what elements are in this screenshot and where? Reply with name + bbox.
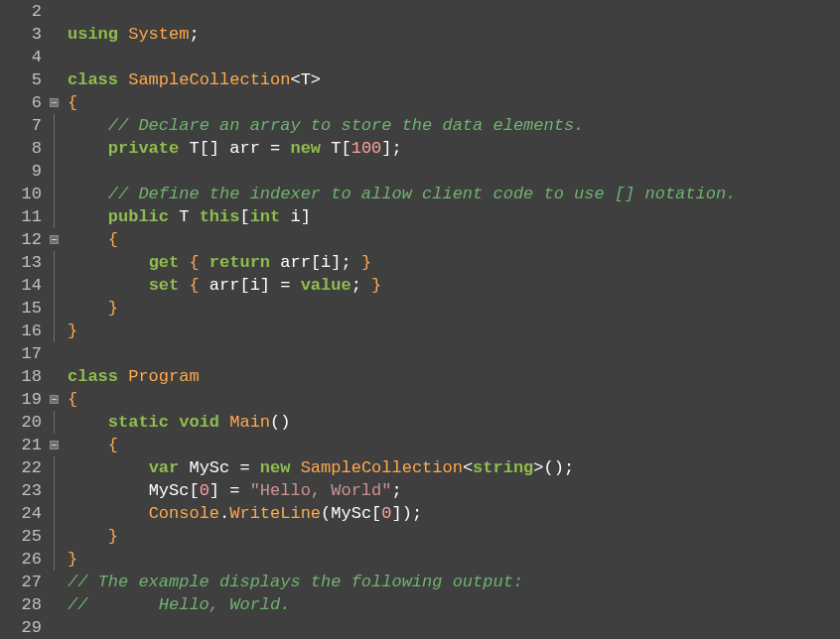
token-op — [118, 70, 128, 89]
token-op — [68, 481, 149, 500]
token-str: "Hello, World" — [250, 481, 392, 500]
token-op — [68, 458, 149, 477]
token-op: = — [260, 139, 291, 158]
token-op: ]; — [381, 139, 401, 158]
code-line[interactable]: // Declare an array to store the data el… — [68, 114, 840, 137]
token-id: arr — [280, 253, 311, 272]
fold-guide — [54, 274, 55, 297]
token-op — [68, 139, 108, 158]
token-kw: value — [301, 276, 351, 295]
line-number: 5 — [0, 68, 42, 91]
code-line[interactable]: { — [68, 388, 840, 411]
token-cmt: // Define the indexer to allow client co… — [108, 185, 737, 203]
token-op: ( — [321, 504, 331, 523]
code-line[interactable]: Console.WriteLine(MySc[0]); — [68, 502, 840, 525]
line-number: 26 — [0, 548, 42, 571]
token-op — [68, 185, 108, 203]
code-line[interactable]: } — [68, 297, 840, 320]
token-op: ]); — [392, 504, 423, 523]
code-line[interactable]: { — [68, 434, 840, 456]
code-line[interactable]: class SampleCollection<T> — [68, 68, 840, 91]
code-line[interactable]: var MySc = new SampleCollection<string>(… — [68, 456, 840, 479]
token-kw: this — [200, 207, 240, 226]
token-op — [68, 527, 108, 546]
token-op — [118, 367, 128, 386]
line-number: 4 — [0, 46, 42, 68]
token-cls: SampleCollection — [128, 70, 290, 89]
token-kw: int — [250, 207, 281, 226]
code-line[interactable]: // Hello, World. — [68, 593, 840, 616]
code-line[interactable] — [68, 342, 840, 365]
line-number: 19 — [0, 388, 42, 411]
line-number: 10 — [0, 183, 42, 205]
token-num: 100 — [351, 139, 382, 158]
token-kw: var — [149, 458, 180, 477]
fold-guide — [54, 320, 55, 342]
fold-toggle-icon[interactable] — [50, 98, 59, 107]
token-pun: } — [108, 299, 118, 318]
fold-toggle-icon[interactable] — [50, 395, 59, 404]
fold-toggle-icon[interactable] — [50, 235, 59, 244]
fold-guide — [54, 251, 55, 274]
code-line[interactable] — [68, 616, 840, 639]
line-number: 11 — [0, 205, 42, 228]
fold-guide — [54, 205, 55, 228]
code-line[interactable]: { — [68, 91, 840, 114]
token-kw: public — [108, 207, 169, 226]
token-op: . — [219, 504, 229, 523]
line-number: 20 — [0, 411, 42, 434]
token-pun: } — [371, 276, 381, 295]
token-pun: { — [189, 253, 199, 272]
token-op — [68, 253, 149, 272]
code-line[interactable] — [68, 0, 840, 23]
code-line[interactable]: class Program — [68, 365, 840, 388]
fold-guide — [54, 137, 55, 160]
token-op — [68, 436, 108, 454]
code-line[interactable]: // Define the indexer to allow client co… — [68, 183, 840, 205]
code-line[interactable]: } — [68, 548, 840, 571]
line-number: 9 — [0, 160, 42, 183]
token-type: T — [179, 207, 189, 226]
fold-guide — [54, 548, 55, 571]
token-op: (); — [544, 458, 575, 477]
code-line[interactable]: public T this[int i] — [68, 205, 840, 228]
code-editor-area[interactable]: using System; class SampleCollection<T>{… — [62, 0, 840, 639]
fold-guide — [54, 160, 55, 183]
token-op: = — [229, 458, 260, 477]
code-line[interactable]: { — [68, 228, 840, 251]
token-op — [169, 413, 179, 432]
line-number: 27 — [0, 571, 42, 593]
token-op — [189, 207, 199, 226]
token-id: i — [290, 207, 300, 226]
token-cls: Console — [149, 504, 219, 523]
token-op: ] = — [260, 276, 301, 295]
code-line[interactable]: using System; — [68, 23, 840, 46]
code-line[interactable]: // The example displays the following ou… — [68, 571, 840, 593]
line-number: 14 — [0, 274, 42, 297]
fold-guide — [54, 479, 55, 502]
code-line[interactable]: private T[] arr = new T[100]; — [68, 137, 840, 160]
token-kw: static — [108, 413, 169, 432]
code-line[interactable] — [68, 46, 840, 68]
token-op — [68, 116, 108, 135]
code-line[interactable]: } — [68, 320, 840, 342]
code-line[interactable]: get { return arr[i]; } — [68, 251, 840, 274]
line-number: 3 — [0, 23, 42, 46]
token-op — [169, 207, 179, 226]
token-op: [ — [371, 504, 381, 523]
code-line[interactable]: } — [68, 525, 840, 548]
token-op: [] — [200, 139, 230, 158]
token-op — [68, 504, 149, 523]
line-number: 16 — [0, 320, 42, 342]
code-line[interactable] — [68, 160, 840, 183]
code-line[interactable]: static void Main() — [68, 411, 840, 434]
fold-guide — [54, 114, 55, 137]
fold-toggle-icon[interactable] — [50, 441, 59, 449]
code-line[interactable]: set { arr[i] = value; } — [68, 274, 840, 297]
token-cmt: // The example displays the following ou… — [68, 573, 523, 591]
line-number: 28 — [0, 593, 42, 616]
token-op — [270, 253, 280, 272]
code-line[interactable]: MySc[0] = "Hello, World"; — [68, 479, 840, 502]
token-pun: { — [108, 230, 118, 249]
token-op — [68, 413, 108, 432]
